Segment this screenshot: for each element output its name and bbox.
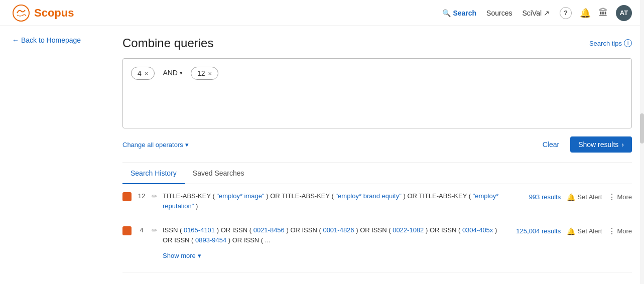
query-text: ISSN ( 0165-4101 ) OR ISSN ( 0021-8456 )…	[163, 225, 505, 265]
tag-4-label: 4	[138, 69, 142, 77]
show-more-link[interactable]: Show more ▾	[163, 247, 505, 265]
query-tag-12[interactable]: 12 ×	[191, 67, 218, 80]
notifications-icon[interactable]: 🔔	[580, 8, 591, 19]
query-text: TITLE-ABS-KEY ( "employ* image" ) OR TIT…	[163, 191, 505, 211]
institution-icon[interactable]: 🏛	[599, 8, 608, 18]
nav-search[interactable]: 🔍 Search	[442, 9, 476, 17]
tabs: Search History Saved Searches	[122, 163, 632, 184]
more-dots-icon: ⋮	[608, 192, 616, 202]
nav-icons: ? 🔔 🏛 AT	[560, 5, 632, 21]
scrollbar[interactable]	[640, 0, 644, 282]
header-nav: 🔍 Search Sources SciVal ↗ ? 🔔 🏛 AT	[442, 5, 632, 21]
chevron-down-icon: ▾	[180, 70, 183, 76]
set-alert-button[interactable]: 🔔Set Alert	[567, 227, 602, 235]
help-icon[interactable]: ?	[560, 7, 572, 19]
search-nav-icon: 🔍	[442, 9, 451, 17]
back-arrow-icon: ←	[12, 36, 19, 44]
query-controls: Change all operators ▾ Clear Show result…	[122, 136, 632, 153]
table-row: 4✏ISSN ( 0165-4101 ) OR ISSN ( 0021-8456…	[122, 218, 632, 272]
sidebar: ← Back to Homepage	[0, 26, 110, 282]
chevron-down-icon: ▾	[198, 251, 201, 261]
row-color-indicator	[122, 192, 132, 201]
info-icon: i	[624, 39, 632, 47]
tab-search-history[interactable]: Search History	[122, 163, 185, 184]
edit-query-icon[interactable]: ✏	[152, 226, 158, 234]
tab-saved-searches[interactable]: Saved Searches	[185, 163, 252, 184]
operator-dropdown[interactable]: AND ▾	[159, 67, 187, 79]
more-dots-icon: ⋮	[608, 226, 616, 236]
result-count[interactable]: 993 results	[510, 193, 561, 201]
show-results-button[interactable]: Show results ›	[570, 136, 632, 153]
change-all-operators-link[interactable]: Change all operators ▾	[122, 141, 189, 149]
user-avatar[interactable]: AT	[616, 5, 632, 21]
scrollbar-thumb[interactable]	[640, 113, 644, 144]
page-header: Combine queries Search tips i	[122, 36, 632, 58]
header: Scopus 🔍 Search Sources SciVal ↗ ? 🔔 🏛 A…	[0, 0, 644, 26]
set-alert-button[interactable]: 🔔Set Alert	[567, 193, 602, 201]
page-title: Combine queries	[122, 36, 213, 50]
search-history-list: 12✏TITLE-ABS-KEY ( "employ* image" ) OR …	[122, 184, 632, 272]
row-color-indicator	[122, 226, 132, 235]
row-number: 4	[137, 226, 147, 234]
more-options-button[interactable]: ⋮More	[608, 226, 632, 236]
clear-button[interactable]: Clear	[537, 136, 565, 153]
row-actions: 993 results🔔Set Alert⋮More	[510, 192, 632, 202]
more-options-button[interactable]: ⋮More	[608, 192, 632, 202]
header-left: Scopus	[12, 4, 74, 22]
result-count[interactable]: 125,004 results	[510, 227, 561, 235]
chevron-down-icon: ▾	[185, 141, 189, 149]
main-layout: ← Back to Homepage Combine queries Searc…	[0, 26, 644, 282]
row-actions: 125,004 results🔔Set Alert⋮More	[510, 226, 632, 236]
tag-12-label: 12	[197, 69, 205, 77]
search-tips-link[interactable]: Search tips i	[589, 39, 632, 47]
edit-query-icon[interactable]: ✏	[152, 192, 158, 200]
nav-sources[interactable]: Sources	[486, 9, 512, 17]
query-tag-4[interactable]: 4 ×	[131, 67, 155, 80]
svg-point-0	[13, 5, 29, 21]
back-to-homepage-link[interactable]: ← Back to Homepage	[12, 36, 98, 44]
arrow-right-icon: ›	[621, 140, 624, 149]
operator-label: AND	[163, 69, 178, 77]
logo-text[interactable]: Scopus	[34, 7, 74, 20]
main-content: Combine queries Search tips i 4 × AND ▾ …	[110, 26, 644, 282]
bell-icon: 🔔	[567, 193, 575, 201]
tag-4-close[interactable]: ×	[145, 70, 149, 77]
scopus-logo-icon	[12, 4, 30, 22]
controls-right: Clear Show results ›	[537, 136, 632, 153]
tag-12-close[interactable]: ×	[208, 70, 212, 77]
table-row: 12✏TITLE-ABS-KEY ( "employ* image" ) OR …	[122, 184, 632, 218]
nav-scival[interactable]: SciVal ↗	[522, 9, 550, 17]
query-builder-box[interactable]: 4 × AND ▾ 12 ×	[122, 58, 632, 128]
bell-icon: 🔔	[567, 227, 575, 235]
row-number: 12	[137, 192, 147, 200]
